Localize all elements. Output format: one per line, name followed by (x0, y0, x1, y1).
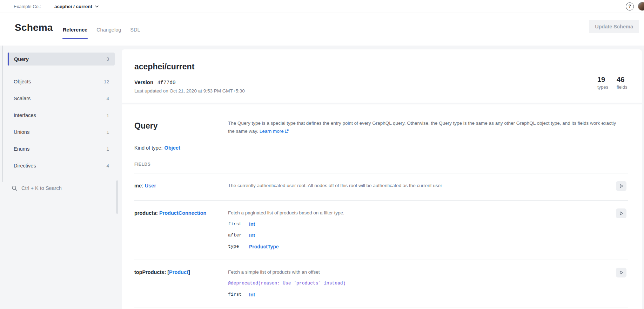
kind-type-link[interactable]: Object (165, 145, 180, 151)
stat-label: types (597, 84, 608, 90)
sidebar-item-label: Unions (14, 129, 29, 135)
stat-value: 19 (597, 75, 608, 84)
sidebar-divider (13, 177, 105, 177)
active-indicator (8, 53, 9, 66)
item-count: 4 (106, 96, 109, 101)
sidebar-item-directives[interactable]: Directives4 (7, 157, 115, 174)
stat-value: 46 (617, 75, 627, 84)
graph-selector-label: acephei / current (54, 4, 92, 9)
topbar-right: ? (626, 2, 644, 11)
field-name: topProducts: [Product] (134, 269, 228, 298)
version-line: Version 4f77d0 (134, 79, 176, 85)
field-name-text: products: (134, 210, 159, 216)
sidebar-item-scalars[interactable]: Scalars4 (7, 90, 115, 107)
version-label: Version (134, 79, 153, 85)
user-avatar[interactable] (638, 2, 644, 11)
tab-changelog[interactable]: Changelog (96, 26, 121, 33)
update-schema-button[interactable]: Update Schema (589, 20, 639, 33)
page-header: Schema ReferenceChangelogSDL Update Sche… (0, 13, 644, 46)
schema-tabs: ReferenceChangelogSDL (62, 26, 141, 33)
type-link[interactable]: Product (169, 269, 188, 275)
sidebar-item-enums[interactable]: Enums1 (7, 140, 115, 157)
arg-type-link[interactable]: Int (249, 291, 255, 298)
sidebar-item-interfaces[interactable]: Interfaces1 (7, 107, 115, 124)
item-count: 1 (106, 130, 109, 135)
field-details: The currently authenticated user root. A… (228, 182, 616, 191)
item-count: 12 (104, 79, 109, 84)
field-arg: firstInt (228, 221, 616, 228)
sidebar-item-label: Enums (14, 146, 29, 152)
run-query-button[interactable] (616, 208, 626, 218)
version-value: 4f77d0 (157, 80, 175, 85)
field-row: topProducts: [Product]Fetch a simple lis… (134, 260, 628, 308)
field-row: products: ProductConnectionFetch a pagin… (134, 201, 628, 260)
arg-type-link[interactable]: ProductType (249, 243, 279, 250)
type-link[interactable]: ProductConnection (159, 210, 207, 216)
field-arg: firstInt (228, 291, 616, 298)
arg-type-link[interactable]: Int (249, 221, 255, 228)
left-scrollbar-track[interactable] (2, 46, 3, 182)
fields-list: me: UserThe currently authenticated user… (134, 173, 628, 308)
sidebar-divider (13, 71, 105, 71)
graph-header-card: acephei/current Version 4f77d0 Last upda… (122, 49, 642, 103)
sidebar-item-unions[interactable]: Unions1 (7, 124, 115, 140)
field-description: The currently authenticated user root. A… (228, 182, 616, 189)
field-name-text: ] (188, 269, 190, 275)
sidebar-scrollbar-thumb[interactable] (116, 180, 118, 214)
arg-name: first (228, 291, 249, 298)
sidebar-item-label: Objects (14, 79, 31, 84)
topbar-left: Example Co.: acephei / current (0, 4, 99, 9)
page-title: Schema (15, 22, 53, 33)
type-link[interactable]: User (145, 183, 156, 188)
play-icon (618, 211, 624, 216)
search-hint: Ctrl + K to Search (21, 185, 62, 191)
chevron-down-icon (95, 5, 99, 8)
external-link-icon (285, 129, 289, 133)
arg-name: after (228, 232, 249, 239)
field-description: Fetch a simple list of products with an … (228, 269, 616, 276)
arg-name: type (228, 243, 249, 250)
topbar: Example Co.: acephei / current ? (0, 0, 644, 13)
item-count: 1 (106, 146, 109, 152)
org-label: Example Co.: (14, 4, 41, 9)
graph-selector[interactable]: acephei / current (54, 4, 99, 9)
search-button[interactable]: Ctrl + K to Search (7, 180, 115, 197)
run-query-button[interactable] (616, 181, 626, 191)
play-icon (618, 270, 624, 275)
learn-more-link[interactable]: Learn more (260, 129, 284, 134)
graph-title: acephei/current (134, 62, 194, 71)
tab-sdl[interactable]: SDL (130, 26, 140, 33)
sidebar-item-label: Directives (14, 163, 36, 169)
stat-types: 19types (597, 75, 608, 90)
item-count: 4 (106, 163, 109, 169)
field-arg: afterInt (228, 232, 616, 239)
field-arg: typeProductType (228, 243, 616, 250)
schema-type-sidebar: Query3 Objects12Scalars4Interfaces1Union… (7, 53, 115, 197)
arg-name: first (228, 221, 249, 228)
kind-label: Kind of type: (134, 145, 163, 151)
type-description: The Query type is a special type that de… (228, 119, 617, 135)
page-body: Query3 Objects12Scalars4Interfaces1Union… (0, 46, 644, 309)
field-name: products: ProductConnection (134, 210, 228, 250)
type-reference-card: Query The Query type is a special type t… (122, 104, 642, 309)
deprecated-annotation: @deprecated(reason: Use `products` inste… (228, 280, 616, 287)
play-icon (618, 183, 624, 189)
search-icon (12, 185, 18, 191)
help-button[interactable]: ? (626, 2, 634, 11)
field-name: me: User (134, 182, 228, 191)
stat-label: fields (617, 84, 627, 90)
run-query-button[interactable] (616, 268, 626, 277)
field-description: Fetch a paginated list of products based… (228, 210, 616, 217)
schema-stats: 19types46fields (597, 75, 627, 90)
sidebar-item-query[interactable]: Query3 (7, 53, 115, 66)
sidebar-item-objects[interactable]: Objects12 (7, 73, 115, 90)
item-count: 3 (106, 56, 109, 62)
type-name: Query (134, 121, 157, 131)
kind-of-type-line: Kind of type:Object (134, 145, 180, 151)
tab-reference[interactable]: Reference (62, 26, 88, 33)
field-details: Fetch a simple list of products with an … (228, 269, 616, 298)
sidebar-item-label: Scalars (14, 96, 31, 101)
arg-type-link[interactable]: Int (249, 232, 255, 239)
item-count: 1 (106, 113, 109, 118)
field-row: me: UserThe currently authenticated user… (134, 173, 628, 201)
